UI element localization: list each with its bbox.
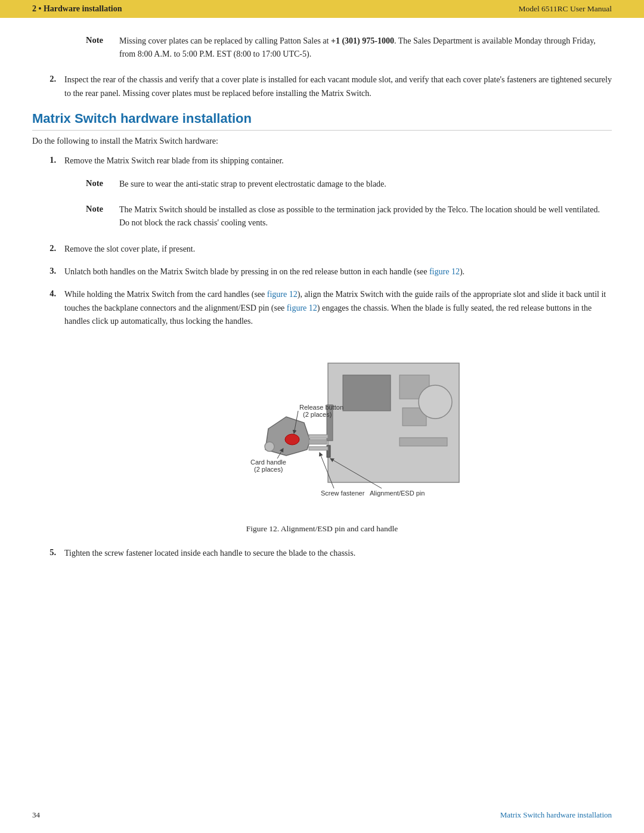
footer: 34 Matrix Switch hardware installation [32,810,612,820]
footer-right: Matrix Switch hardware installation [500,810,612,820]
note-text-1: Missing cover plates can be replaced by … [119,35,612,60]
list-content-step1: Remove the Matrix Switch rear blade from… [64,154,612,168]
note-text-3: The Matrix Switch should be installed as… [119,203,612,229]
list-item-step4: 4. While holding the Matrix Switch from … [32,288,612,328]
figure12-link-4b[interactable]: figure 12 [287,304,317,312]
figure-caption: Figure 12. Alignment/ESD pin and card ha… [246,524,398,534]
note-block-3: Note The Matrix Switch should be install… [86,203,612,229]
list-content-step2: Remove the slot cover plate, if present. [64,243,612,256]
svg-rect-1 [343,375,391,411]
header-bar: 2 • Hardware installation Model 6511RC U… [0,0,644,18]
header-left: 2 • Hardware installation [32,4,122,14]
note-block-1: Note Missing cover plates can be replace… [86,35,612,60]
note-label-3: Note [86,203,111,229]
svg-text:Release button: Release button [299,404,343,411]
header-right: Model 6511RC User Manual [518,4,612,14]
svg-text:(2 places): (2 places) [254,466,283,473]
note-label-1: Note [86,35,111,60]
svg-text:Screw fastener: Screw fastener [321,490,365,497]
note-block-2: Note Be sure to wear the anti-static str… [86,178,612,191]
figure12-link-4a[interactable]: figure 12 [267,290,298,299]
list-item-2: 2. Inspect the rear of the chassis and v… [32,73,612,100]
note-text-2: Be sure to wear the anti-static strap to… [119,178,386,191]
figure12-link-3[interactable]: figure 12 [429,267,460,276]
list-num-step2: 2. [32,243,64,256]
footer-page: 34 [32,810,40,820]
list-num-2: 2. [32,73,64,100]
svg-rect-12 [309,435,328,438]
list-content-step4: While holding the Matrix Switch from the… [64,288,612,328]
figure-container: Release button (2 places) Card handle (2… [32,345,612,534]
svg-point-4 [419,385,452,419]
list-item-step5: 5. Tighten the screw fastener located in… [32,547,612,560]
section-heading: Matrix Switch hardware installation [32,111,612,131]
list-item-step2: 2. Remove the slot cover plate, if prese… [32,243,612,256]
svg-point-11 [265,442,274,451]
svg-text:Alignment/ESD pin: Alignment/ESD pin [370,490,425,497]
svg-rect-13 [309,447,328,450]
svg-text:(2 places): (2 places) [303,411,332,418]
svg-point-8 [285,434,299,445]
note-label-2: Note [86,178,111,191]
list-num-step4: 4. [32,288,64,328]
svg-rect-5 [400,438,447,446]
list-content-step3: Unlatch both handles on the Matrix Switc… [64,265,612,278]
list-num-step1: 1. [32,154,64,168]
svg-rect-9 [309,439,327,444]
list-item-step1: 1. Remove the Matrix Switch rear blade f… [32,154,612,168]
section-intro: Do the following to install the Matrix S… [32,137,612,146]
list-num-step3: 3. [32,265,64,278]
svg-text:Card handle: Card handle [250,459,286,466]
list-item-step3: 3. Unlatch both handles on the Matrix Sw… [32,265,612,278]
phone-number: +1 (301) 975-1000 [331,36,394,45]
figure-diagram: Release button (2 places) Card handle (2… [167,345,477,518]
list-content-step5: Tighten the screw fastener located insid… [64,547,612,560]
list-content-2: Inspect the rear of the chassis and veri… [64,73,612,100]
list-num-step5: 5. [32,547,64,560]
